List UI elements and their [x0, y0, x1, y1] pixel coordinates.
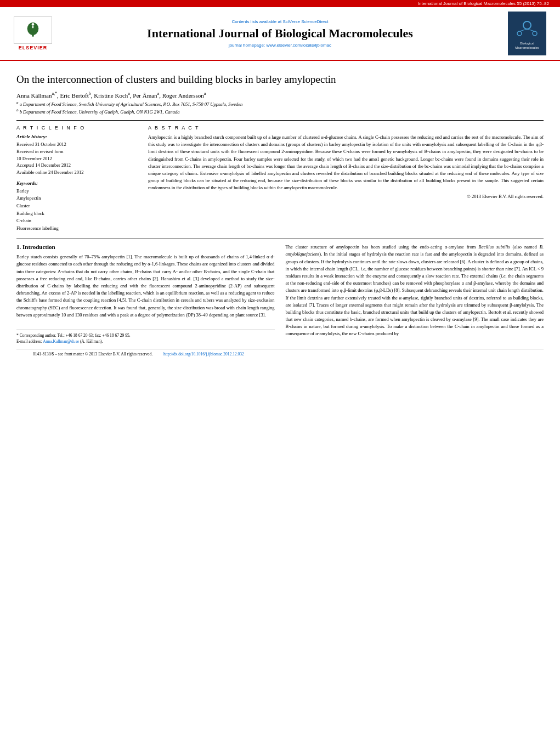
journal-header: ELSEVIER Contents lists available at Sci… — [0, 7, 560, 61]
journal-logo-box: Biological Macromolecules — [508, 12, 546, 55]
right-column: The cluster structure of amylopectin has… — [286, 244, 544, 344]
abstract-panel: A B S T R A C T Amylopectin is a highly … — [148, 125, 544, 232]
history-revised: Received in revised form — [16, 148, 137, 155]
history-received: Received 31 October 2012 — [16, 141, 137, 148]
article-title: On the interconnection of clusters and b… — [16, 73, 544, 87]
affiliation-b: b b Department of Food Science, Universi… — [16, 108, 544, 115]
elsevier-logo-box — [14, 16, 52, 44]
article-info-panel: A R T I C L E I N F O Article history: R… — [16, 125, 137, 232]
affiliation-a-text: a Department of Food Science, Swedish Un… — [20, 101, 243, 107]
info-abstract-section: A R T I C L E I N F O Article history: R… — [16, 120, 544, 232]
sciverse-link-text[interactable]: SciVerse ScienceDirect — [282, 19, 328, 24]
doi-link[interactable]: http://dx.doi.org/10.1016/j.ijbiomac.201… — [163, 352, 244, 357]
journal-citation-text: International Journal of Biological Macr… — [418, 1, 549, 6]
journal-citation-bar: International Journal of Biological Macr… — [0, 0, 560, 7]
journal-logo-text: Biological Macromolecules — [515, 42, 539, 50]
elsevier-label: ELSEVIER — [19, 45, 48, 50]
affiliation-a: a a Department of Food Science, Swedish … — [16, 100, 544, 107]
footnote-email-link[interactable]: Anna.Kallman@sh.se — [43, 339, 79, 344]
journal-center-header: Contents lists available at SciVerse Sci… — [60, 12, 500, 55]
history-revised-date: 10 December 2012 — [16, 155, 137, 162]
keyword-cluster: Cluster — [16, 202, 137, 210]
journal-logo-icon — [511, 17, 543, 42]
article-history-label: Article history: — [16, 134, 137, 139]
homepage-link-text[interactable]: www.elsevier.com/locate/ijbiomac — [266, 43, 331, 48]
copyright-text: © 2013 Elsevier B.V. All rights reserved… — [148, 194, 544, 199]
section1-left-para1: Barley starch consists generally of 70–7… — [16, 253, 275, 319]
section1-right-para1: The cluster structure of amylopectin has… — [286, 244, 544, 337]
elsevier-logo: ELSEVIER — [11, 12, 55, 55]
journal-title: International Journal of Biological Macr… — [147, 26, 413, 41]
history-accepted: Accepted 14 December 2012 — [16, 162, 137, 169]
keyword-cchain: C-chain — [16, 217, 137, 225]
article-info-heading: A R T I C L E I N F O — [16, 125, 137, 131]
left-column: 1. Introduction Barley starch consists g… — [16, 244, 275, 344]
bottom-bar: 0141-8130/$ – see front matter © 2013 El… — [16, 349, 544, 359]
article-body: On the interconnection of clusters and b… — [0, 61, 560, 364]
svg-point-3 — [32, 23, 35, 26]
sciverse-line: Contents lists available at SciVerse Sci… — [231, 19, 328, 24]
svg-rect-4 — [32, 25, 33, 28]
abstract-text: Amylopectin is a highly branched starch … — [148, 134, 544, 191]
affiliation-b-text: b Department of Food Science, University… — [20, 109, 180, 115]
sciverse-prefix: Contents lists available at — [231, 19, 281, 24]
issn-text: 0141-8130/$ – see front matter © 2013 El… — [33, 352, 152, 357]
abstract-heading: A B S T R A C T — [148, 125, 544, 131]
footnote-email: E-mail address: Anna.Kallman@sh.se (A. K… — [16, 338, 275, 344]
authors-line: Anna Källmana,*, Eric Bertoftb, Kristine… — [16, 91, 544, 99]
keywords-label: Keywords: — [16, 180, 137, 186]
homepage-line: journal homepage: www.elsevier.com/locat… — [229, 43, 331, 48]
section1-title: 1. Introduction — [16, 244, 275, 250]
keyword-building-block: Building block — [16, 210, 137, 218]
homepage-label: journal homepage: — [229, 43, 265, 48]
footnote-area: * Corresponding author. Tel.: +46 18 67 … — [16, 330, 275, 345]
footnote-star: * Corresponding author. Tel.: +46 18 67 … — [16, 332, 275, 338]
elsevier-tree-icon — [22, 21, 44, 40]
journal-logo-right: Biological Macromolecules — [505, 12, 549, 55]
keyword-barley: Barley — [16, 188, 137, 195]
history-online: Available online 24 December 2012 — [16, 169, 137, 176]
keyword-amylopectin: Amylopectin — [16, 195, 137, 202]
keyword-fluorescence: Fluorescence labelling — [16, 225, 137, 233]
main-content-area: 1. Introduction Barley starch consists g… — [16, 239, 544, 344]
